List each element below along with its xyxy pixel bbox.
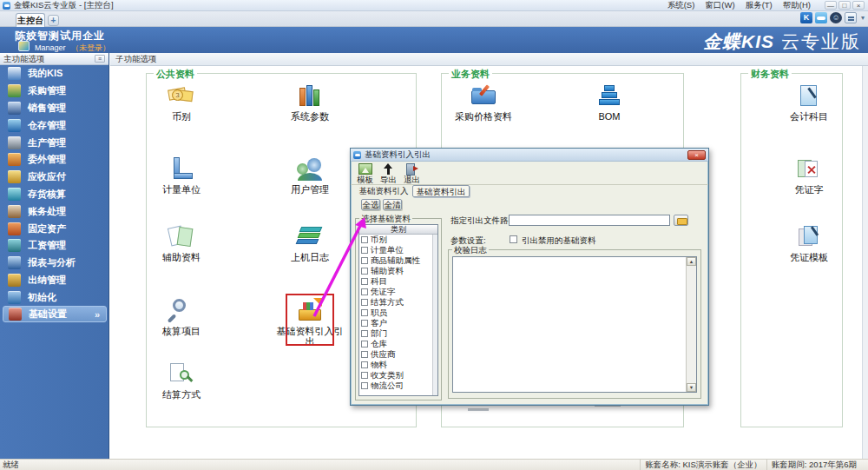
close-button[interactable]: × [852,1,865,10]
subtab-label: 子功能选项 [115,54,157,63]
sidebar-item-accounting[interactable]: 账务处理 [0,202,109,220]
group-财务资料: 财务资料会计科目凭证字凭证模板 [740,73,843,427]
shortcut-params[interactable]: 系统参数 [274,83,345,122]
checkbox[interactable] [361,288,368,295]
checkbox[interactable] [361,341,368,348]
退出-button[interactable]: 退出 [400,162,424,186]
minimize-button[interactable]: — [825,1,837,10]
shortcut-log[interactable]: 上机日志 [274,223,345,262]
shortcut-voucher-template[interactable]: 凭证模板 [773,223,845,262]
checkbox[interactable] [361,299,368,306]
clear-all-button[interactable]: 全清 [383,199,402,210]
checkbox[interactable] [361,309,368,316]
category-row[interactable]: 仓库 [359,339,437,349]
checkbox[interactable] [361,382,368,389]
sidebar-item-purchase[interactable]: 采购管理 [0,83,109,100]
new-tab-button[interactable]: + [48,15,59,26]
checkbox[interactable] [361,236,368,243]
kingdee-k-icon[interactable]: K [800,12,812,23]
menu-item[interactable]: 服务(T) [740,0,778,11]
category-row[interactable]: 职员 [359,308,437,318]
category-row[interactable]: 收支类别 [359,370,437,381]
sidebar-item-production[interactable]: 生产管理 [0,134,109,151]
checkbox[interactable] [361,268,368,275]
shortcut-currency[interactable]: 3币别 [146,83,217,122]
category-row[interactable]: 商品辅助属性 [359,255,437,266]
content-scrollbar[interactable] [862,66,868,459]
shortcut-voucher-word[interactable]: 凭证字 [773,156,845,195]
category-row[interactable]: 供应商 [359,349,437,360]
checkbox[interactable] [361,330,368,337]
dialog-tab-基础资料引入[interactable]: 基础资料引入 [355,185,412,197]
log-scrollbar[interactable]: ▲ ▼ [686,257,696,392]
docs-icon [166,223,197,249]
category-row[interactable]: 结算方式 [359,297,437,308]
smiley-icon[interactable]: ☺ [830,12,842,23]
restore-button[interactable]: □ [838,1,851,10]
list-scrollbar[interactable] [432,235,437,395]
category-row[interactable]: 物料 [359,360,437,370]
sidebar-collapse-icon[interactable]: ≡ [95,55,105,63]
clipped-item-remnant [468,408,489,411]
dialog-close-button[interactable]: × [687,150,706,160]
category-row[interactable]: 辅助资料 [359,266,437,276]
shortcut-impexp[interactable]: 基础资料引入引出 [274,297,345,347]
sidebar-item-inventory[interactable]: 存货核算 [0,186,109,203]
shortcut-account-subject[interactable]: 会计科目 [773,83,845,122]
scroll-up-icon[interactable]: ▲ [687,257,696,266]
menu-item[interactable]: 窗口(W) [700,0,740,11]
shortcut-docs[interactable]: 辅助资料 [146,223,217,262]
purchase-icon [8,84,21,97]
shortcut-unit[interactable]: 计量单位 [146,156,217,195]
checkbox[interactable] [361,247,368,254]
sidebar-item-receivable[interactable]: 应收应付 [0,169,109,186]
sidebar-item-outsourcing[interactable]: 委外管理 [0,151,109,169]
sidebar-item-initialization[interactable]: 初始化 [0,288,109,306]
category-row[interactable]: 客户 [359,318,437,328]
sidebar-item-basic-settings[interactable]: 基础设置» [3,306,107,322]
checkbox[interactable] [361,320,368,327]
模板-button[interactable]: 模板 [353,162,377,186]
menu-item[interactable]: 系统(S) [662,0,700,11]
sidebar-item-my-kis[interactable]: 我的KIS [0,65,109,83]
category-column-header[interactable]: 类别 [359,225,437,235]
checkbox[interactable] [361,361,368,368]
category-row[interactable]: 物流公司 [359,381,437,391]
sidebar-item-reports[interactable]: 报表与分析 [0,255,109,272]
category-row[interactable]: 部门 [359,328,437,339]
category-row[interactable]: 计量单位 [359,245,437,255]
shortcut-item[interactable]: 核算项目 [146,297,217,336]
sidebar-item-payroll[interactable]: 工资管理 [0,237,109,255]
sidebar-item-cashier[interactable]: 出纳管理 [0,272,109,289]
category-row[interactable]: 凭证字 [359,287,437,297]
sidebar-item-sales[interactable]: 销售管理 [0,100,109,117]
shortcut-users[interactable]: 用户管理 [274,156,345,195]
tray-icons: K☺▾ [798,12,866,23]
menu-item[interactable]: 帮助(H) [778,0,816,11]
export-path-input[interactable] [509,215,670,226]
category-row[interactable]: 币别 [359,235,437,245]
tab-strip: 主控台 + K☺▾ [0,11,868,27]
message-icon[interactable] [845,12,857,23]
category-row[interactable]: 科目 [359,276,437,287]
sidebar-item-label: 我的KIS [28,67,62,80]
sidebar-item-warehouse[interactable]: 仓存管理 [0,116,109,134]
export-disabled-checkbox[interactable] [510,235,517,243]
checkbox[interactable] [361,278,368,285]
checkbox[interactable] [361,351,368,358]
checkbox[interactable] [361,257,368,264]
dialog-tab-基础资料引出[interactable]: 基础资料引出 [412,185,470,197]
导出-button[interactable]: 导出 [377,162,400,186]
shortcut-purchase-price[interactable]: 采购价格资料 [448,83,519,122]
chevron-down-icon[interactable]: ▾ [859,12,866,23]
shortcut-settle[interactable]: 结算方式 [146,361,217,400]
shortcut-bom[interactable]: BOM [574,83,645,122]
validation-log-textarea[interactable]: ▲ ▼ [452,256,697,393]
checkbox[interactable] [361,372,368,379]
tab-console[interactable]: 主控台 [16,13,45,27]
browse-folder-button[interactable] [674,215,688,226]
cloud-icon[interactable] [815,12,827,23]
select-all-button[interactable]: 全选 [361,199,380,210]
scroll-down-icon[interactable]: ▼ [687,383,696,392]
sidebar-item-fixed-assets[interactable]: 固定资产 [0,220,109,237]
